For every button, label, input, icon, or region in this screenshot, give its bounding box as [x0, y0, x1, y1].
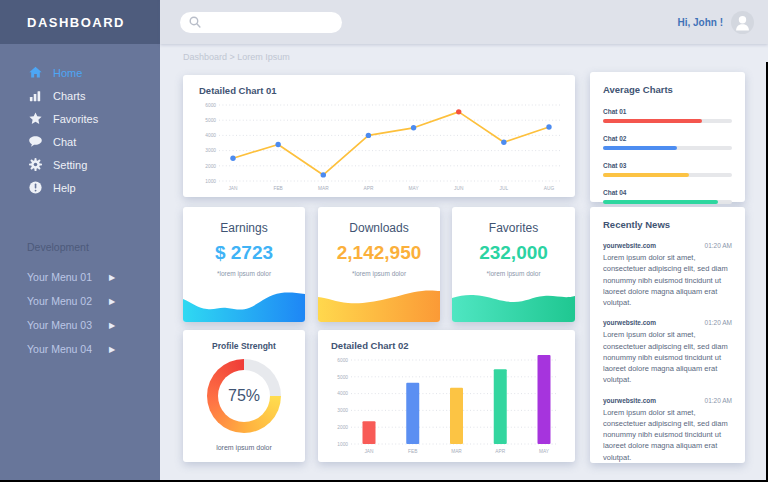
svg-text:MAR: MAR	[318, 186, 329, 191]
progress-fill	[603, 173, 689, 177]
progress-fill	[603, 119, 702, 123]
recently-news-card: Recently News yourwebsite.com01:20 AM Lo…	[590, 207, 745, 463]
svg-text:MAY: MAY	[539, 449, 550, 454]
user-area[interactable]: Hi, John !	[677, 11, 754, 34]
news-text: Lorem ipsum dolor sit amet, consectetuer…	[603, 252, 732, 308]
chevron-right-icon: ▶	[109, 321, 115, 330]
app-title: DASHBOARD	[27, 15, 125, 30]
sidebar-item-label: Charts	[53, 90, 85, 102]
progress-fill	[603, 146, 677, 150]
news-source-link[interactable]: yourwebsite.com	[603, 242, 656, 249]
gear-icon	[27, 157, 43, 173]
topbar: Hi, John !	[160, 0, 768, 44]
chevron-right-icon: ▶	[109, 273, 115, 282]
search-bar[interactable]	[180, 12, 342, 33]
news-source-link[interactable]: yourwebsite.com	[603, 397, 656, 404]
news-item: yourwebsite.com01:20 AM Lorem ipsum dolo…	[603, 242, 732, 308]
svg-text:JUL: JUL	[500, 186, 509, 191]
svg-text:5000: 5000	[205, 118, 216, 123]
sidebar-header: DASHBOARD	[0, 0, 160, 44]
svg-text:3000: 3000	[205, 148, 216, 153]
news-text: Lorem ipsum dolor sit amet, consectetuer…	[603, 329, 732, 385]
stat-value: 2,142,950	[337, 242, 422, 264]
chat-bubble-icon	[27, 134, 43, 150]
svg-text:2000: 2000	[205, 164, 216, 169]
svg-text:2000: 2000	[337, 425, 348, 430]
profile-strength-card: Profile Strenght 75% lorem ipsum dolor	[183, 330, 305, 462]
stat-title: Earnings	[220, 221, 267, 235]
panel-title: Recently News	[603, 219, 732, 230]
svg-text:1000: 1000	[205, 179, 216, 184]
home-icon	[27, 65, 43, 81]
sidebar-item-your-menu-02[interactable]: Your Menu 02 ▶	[0, 289, 160, 313]
news-item: yourwebsite.com01:20 AM Lorem ipsum dolo…	[603, 397, 732, 463]
detailed-chart-02-card: Detailed Chart 02 1000200030004000500060…	[318, 330, 575, 462]
sidebar-item-your-menu-03[interactable]: Your Menu 03 ▶	[0, 313, 160, 337]
news-source-link[interactable]: yourwebsite.com	[603, 319, 656, 326]
main-content: Dashboard > Lorem Ipsum Detailed Chart 0…	[160, 44, 768, 482]
sidebar-item-label: Favorites	[53, 113, 98, 125]
avatar[interactable]	[731, 11, 754, 34]
star-icon	[27, 111, 43, 127]
sidebar-item-charts[interactable]: Charts	[0, 84, 160, 107]
sidebar-item-chat[interactable]: Chat	[0, 130, 160, 153]
progress-track	[603, 146, 732, 150]
svg-text:4000: 4000	[205, 133, 216, 138]
progress-row: Chat 02	[603, 135, 732, 150]
line-chart: 100020003000400050006000JANFEBMARAPRMAYJ…	[197, 99, 565, 193]
svg-text:AUG: AUG	[544, 186, 555, 191]
sidebar-item-favorites[interactable]: Favorites	[0, 107, 160, 130]
svg-text:1000: 1000	[337, 442, 348, 447]
sidebar-item-setting[interactable]: Setting	[0, 153, 160, 176]
average-charts-card: Average Charts Chat 01 Chat 02 Chat 03 C…	[590, 72, 745, 202]
chart-title: Detailed Chart 02	[331, 340, 409, 351]
progress-track	[603, 173, 732, 177]
svg-text:MAR: MAR	[451, 449, 462, 454]
sidebar-item-label: Home	[53, 67, 82, 79]
detailed-chart-01-card: Detailed Chart 01 1000200030004000500060…	[183, 75, 575, 197]
svg-text:MAY: MAY	[409, 186, 420, 191]
news-time: 01:20 AM	[705, 397, 732, 404]
progress-track	[603, 119, 732, 123]
donut-percent: 75%	[228, 387, 260, 405]
user-greeting: Hi, John !	[677, 17, 723, 28]
earnings-card: Earnings $ 2723 *lorem ipsum dolor	[183, 207, 305, 322]
chevron-right-icon: ▶	[109, 297, 115, 306]
search-input[interactable]	[202, 17, 322, 28]
search-icon	[188, 15, 202, 29]
sidebar-item-home[interactable]: Home	[0, 61, 160, 84]
donut-chart: 75%	[207, 359, 281, 433]
svg-text:6000: 6000	[337, 358, 348, 363]
news-time: 01:20 AM	[705, 319, 732, 326]
sidebar-item-your-menu-01[interactable]: Your Menu 01 ▶	[0, 265, 160, 289]
stat-subtitle: *lorem ipsum dolor	[486, 270, 540, 277]
development-section-label: Development	[0, 241, 160, 253]
bar-chart-icon	[27, 88, 43, 104]
progress-row: Chat 03	[603, 162, 732, 177]
chevron-right-icon: ▶	[109, 345, 115, 354]
svg-text:JUN: JUN	[454, 186, 464, 191]
area-sparkline	[318, 286, 440, 322]
svg-text:5000: 5000	[337, 375, 348, 380]
progress-fill	[603, 200, 718, 204]
sidebar-item-your-menu-04[interactable]: Your Menu 04 ▶	[0, 337, 160, 361]
stat-title: Downloads	[349, 221, 408, 235]
development-section: Development Your Menu 01 ▶ Your Menu 02 …	[0, 241, 160, 361]
chart-title: Detailed Chart 01	[199, 85, 277, 96]
panel-subtitle: lorem ipsum dolor	[183, 444, 305, 451]
stat-subtitle: *lorem ipsum dolor	[217, 270, 271, 277]
progress-row: Chat 01	[603, 108, 732, 123]
sidebar-nav: Home Charts Favorites Chat	[0, 44, 160, 199]
news-time: 01:20 AM	[705, 242, 732, 249]
panel-title: Average Charts	[603, 84, 732, 95]
stat-title: Favorites	[489, 221, 538, 235]
sidebar-item-label: Chat	[53, 136, 76, 148]
sidebar-item-help[interactable]: Help	[0, 176, 160, 199]
sidebar-item-label: Setting	[53, 159, 87, 171]
svg-text:JAN: JAN	[364, 449, 374, 454]
panel-title: Profile Strenght	[183, 341, 305, 351]
sidebar-item-label: Help	[53, 182, 76, 194]
svg-text:4000: 4000	[337, 391, 348, 396]
area-sparkline	[183, 286, 305, 322]
progress-track	[603, 200, 732, 204]
